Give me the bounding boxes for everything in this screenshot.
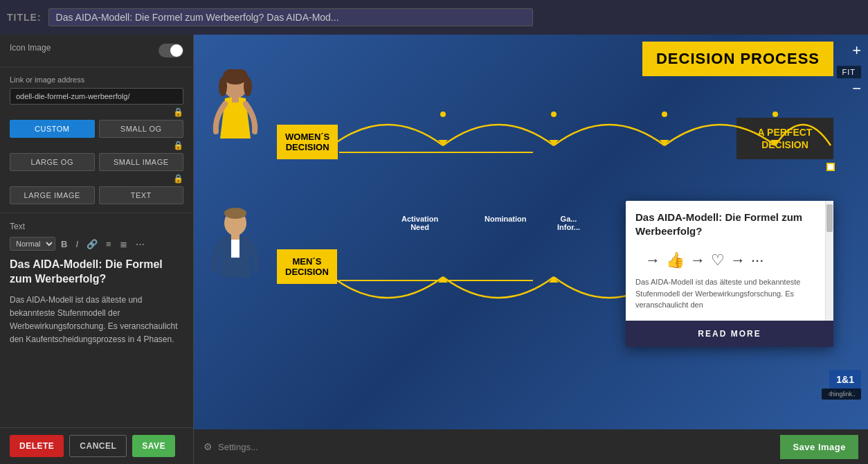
left-panel: Icon Image Link or image address 🔒 CUSTO…	[0, 35, 194, 464]
svg-point-18	[440, 111, 446, 117]
delete-button[interactable]: DELETE	[10, 435, 64, 457]
svg-rect-8	[231, 234, 239, 240]
main-area: Icon Image Link or image address 🔒 CUSTO…	[0, 35, 868, 464]
panel-bottom: DELETE CANCEL SAVE	[0, 427, 193, 464]
text-section: Text Normal B I 🔗 ≡ ≣ ⋯ Das AIDA-Modell:…	[0, 213, 193, 427]
mens-decision-line2: DECISION	[285, 267, 329, 277]
canvas-area[interactable]: DECISION PROCESS + FIT − A PERFECT DECIS…	[194, 35, 868, 429]
btn-large-og[interactable]: LARGE OG	[10, 153, 95, 171]
svg-marker-11	[660, 140, 669, 145]
svg-point-19	[551, 111, 557, 117]
womens-decision: WOMEN´S DECISION	[277, 125, 338, 159]
top-bar: TITLE:	[0, 0, 868, 35]
svg-point-21	[772, 111, 778, 117]
womens-decision-line2: DECISION	[286, 142, 329, 152]
ol-button[interactable]: ≡	[103, 238, 114, 251]
bottom-bar: ⚙ Settings... Save Image	[194, 429, 868, 464]
link-button[interactable]: 🔗	[84, 238, 100, 251]
size-grid: CUSTOM SMALL OG	[10, 120, 183, 138]
icon-image-toggle[interactable]	[159, 44, 183, 57]
decision-process-header: DECISION PROCESS	[642, 42, 833, 76]
perfect-decision-line1: A PERFECT	[758, 127, 813, 138]
bold-button[interactable]: B	[58, 238, 70, 251]
mens-decision: MEN´S DECISION	[277, 249, 337, 284]
perfect-decision: A PERFECT DECISION	[736, 118, 833, 159]
stage-activation: ActivationNeed	[401, 215, 438, 231]
svg-marker-13	[438, 277, 448, 283]
resize-handle[interactable]	[826, 163, 835, 171]
popup-title: Das AIDA-Modell: Die Formel zum Werbeerf…	[635, 211, 815, 238]
popup-icons-row: → 👍 → ♡ → ···	[635, 244, 815, 276]
text-body: Das AIDA-Modell ist das älteste und beka…	[10, 294, 183, 347]
womens-decision-line1: WOMEN´S	[285, 132, 329, 142]
text-section-label: Text	[10, 222, 183, 231]
lock-icon: 🔒	[173, 107, 183, 117]
popup-content: Das AIDA-Modell: Die Formel zum Werbeerf…	[626, 201, 825, 321]
lock-icon-3: 🔒	[173, 174, 183, 184]
logo-1and1: 1&1	[829, 370, 861, 389]
svg-marker-14	[549, 277, 559, 283]
thumbsup-icon: 👍	[666, 251, 685, 269]
title-input[interactable]	[48, 8, 533, 26]
arrow-right-icon: →	[645, 251, 660, 269]
popup-scroll-area: Das AIDA-Modell: Die Formel zum Werbeerf…	[626, 201, 833, 321]
arrow-right-icon-3: →	[730, 251, 745, 269]
svg-marker-10	[549, 140, 559, 145]
svg-point-6	[224, 208, 246, 219]
title-label: TITLE:	[7, 12, 42, 23]
btn-small-og[interactable]: SMALL OG	[99, 120, 184, 138]
right-area: DECISION PROCESS + FIT − A PERFECT DECIS…	[194, 35, 868, 464]
toggle-knob	[170, 44, 183, 57]
mens-decision-line1: MEN´S	[292, 256, 321, 267]
lock-row-2: 🔒	[10, 141, 183, 150]
save-image-button[interactable]: Save Image	[780, 435, 858, 459]
svg-rect-7	[231, 237, 239, 258]
size-grid-2: LARGE OG SMALL IMAGE	[10, 153, 183, 171]
cancel-button[interactable]: CANCEL	[69, 435, 127, 457]
save-button[interactable]: SAVE	[132, 435, 175, 457]
lock-icon-2: 🔒	[173, 141, 183, 150]
icon-image-section: Icon Image	[0, 35, 193, 67]
lock-row: 🔒	[10, 107, 183, 117]
ul-button[interactable]: ≣	[117, 238, 130, 251]
svg-point-20	[662, 111, 667, 117]
fit-button[interactable]: FIT	[837, 66, 862, 78]
url-input[interactable]	[10, 88, 183, 105]
settings-gear-icon: ⚙	[204, 441, 213, 452]
svg-point-2	[219, 77, 227, 96]
size-grid-3: LARGE IMAGE TEXT	[10, 186, 183, 204]
plus-button[interactable]: +	[852, 42, 861, 60]
stage-nomination: Nomination	[485, 215, 527, 223]
settings-text: Settings...	[218, 442, 258, 452]
svg-rect-4	[232, 97, 239, 102]
text-toolbar: Normal B I 🔗 ≡ ≣ ⋯	[10, 237, 183, 251]
text-heading: Das AIDA-Modell: Die Formel zum Werbeerf…	[10, 258, 183, 287]
thinglink-logo: ·thinglink..	[822, 389, 861, 400]
more-button[interactable]: ⋯	[133, 238, 147, 251]
icon-image-label: Icon Image	[10, 43, 51, 53]
heart-icon: ♡	[711, 251, 725, 269]
svg-point-3	[244, 77, 252, 96]
figure-male	[208, 208, 263, 291]
minus-button[interactable]: −	[852, 80, 861, 98]
link-label: Link or image address	[10, 75, 183, 84]
btn-text[interactable]: TEXT	[99, 186, 184, 204]
btn-custom[interactable]: CUSTOM	[10, 120, 95, 138]
italic-button[interactable]: I	[73, 238, 81, 251]
btn-small-image[interactable]: SMALL IMAGE	[99, 153, 184, 171]
stage-ga: Ga...Infor...	[557, 215, 580, 231]
arrow-right-icon-2: →	[690, 251, 705, 269]
read-more-button[interactable]: READ MORE	[626, 321, 833, 347]
figure-female	[208, 69, 263, 152]
popup-card: Das AIDA-Modell: Die Formel zum Werbeerf…	[626, 201, 833, 347]
icon-image-row: Icon Image	[10, 43, 183, 58]
svg-marker-9	[438, 140, 448, 145]
popup-scrollbar[interactable]	[825, 201, 833, 321]
format-select[interactable]: Normal	[10, 237, 55, 251]
link-section: Link or image address 🔒 CUSTOM SMALL OG …	[0, 67, 193, 213]
btn-large-image[interactable]: LARGE IMAGE	[10, 186, 95, 204]
lock-row-3: 🔒	[10, 174, 183, 184]
dots-icon: ···	[751, 251, 763, 269]
popup-body: Das AIDA-Modell ist das älteste und beka…	[635, 276, 815, 311]
scrollbar-thumb	[826, 204, 833, 232]
